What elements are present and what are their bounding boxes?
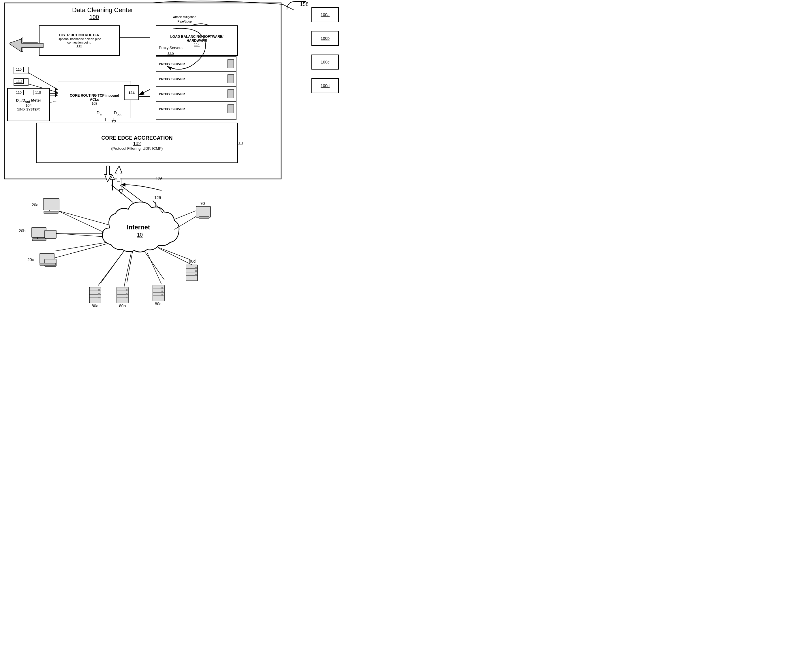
svg-rect-96 [162,291,163,292]
dcc-title: Data Cleaning Center [72,6,133,14]
svg-text:126: 126 [154,195,161,200]
svg-marker-108 [115,166,122,182]
svg-rect-104 [195,271,197,272]
svg-line-53 [124,252,131,287]
svg-rect-103 [195,267,197,269]
core-routing-title: CORE ROUTING TCP inboundACLs [70,93,119,102]
cea-sub: (Protocol Filtering, UDP, ICMP) [111,146,163,151]
svg-rect-88 [126,293,127,295]
svg-line-55 [159,248,193,266]
acl-badge: 124 [124,85,139,100]
svg-text:20b: 20b [19,229,26,233]
svg-text:10: 10 [137,232,143,238]
svg-marker-107 [105,166,111,182]
svg-text:80b: 80b [119,304,126,308]
svg-marker-110 [9,39,43,52]
svg-marker-8 [55,87,58,91]
svg-line-49 [53,244,107,258]
cea-num: 102 [133,141,141,146]
diagram-container: Data Cleaning Center 100 Attack Mitigati… [0,0,406,326]
svg-rect-69 [40,263,56,266]
label-126: 126 [156,177,162,181]
core-routing-num: 108 [92,102,97,106]
label-110-4: 110 [33,90,43,95]
cea-box: CORE EDGE AGGREGATION 102 (Protocol Filt… [36,122,238,163]
proxy-server-row-4: PROXY SERVER [156,102,236,116]
label-110-2: 110 [14,78,24,84]
attack-mitigation-label: Attack MitigationPipe/Loop [173,15,196,24]
svg-marker-12 [55,93,58,97]
svg-rect-72 [199,216,209,219]
svg-text:20c: 20c [27,257,34,262]
meter-title: Din/Dout Meter [16,98,41,103]
svg-line-54 [147,252,162,284]
box-100a: 100a [311,7,339,22]
svg-line-52 [98,251,124,286]
svg-line-50 [174,216,196,229]
svg-text:Internet: Internet [127,223,150,231]
svg-rect-64 [45,230,56,239]
svg-line-47 [58,211,104,232]
meter-num: 104 [25,103,32,108]
label-110-3: 110 [14,90,24,95]
flow-arrows-svg [102,163,131,186]
dist-router-box: DISTRIBUTION ROUTER Optional backbone / … [39,25,120,56]
svg-line-46 [120,185,143,202]
dout-label: Dout [114,110,121,116]
svg-rect-89 [126,297,127,298]
svg-marker-10 [55,90,58,94]
svg-line-7 [27,72,58,89]
dcc-num: 100 [89,14,99,20]
label-110-1: 110 [14,67,24,72]
svg-line-45 [111,185,133,203]
svg-text:80d: 80d [189,259,195,263]
box-100c: 100c [311,55,339,70]
dist-router-num: 112 [76,44,82,48]
attack-mitigation-svg [156,26,214,72]
dist-router-title: DISTRIBUTION ROUTER [59,33,99,37]
box-100d: 100d [311,78,339,93]
proxy-server-row-2: PROXY SERVER [156,72,236,87]
svg-line-2 [139,89,150,95]
right-boxes-container: 100a 100b 100c 100d [311,7,339,93]
svg-rect-59 [44,211,58,214]
svg-text:20a: 20a [32,203,39,207]
dist-router-subtitle: Optional backbone / clean pipeconnection… [57,37,101,44]
svg-rect-71 [196,206,211,217]
svg-rect-79 [98,289,100,291]
hollow-arrow-svg [9,38,46,54]
svg-rect-81 [98,297,100,298]
svg-rect-80 [98,293,100,295]
svg-text:80c: 80c [155,301,162,306]
internet-section-svg: Internet 10 20a 20b [0,179,317,326]
svg-text:90: 90 [200,201,205,206]
svg-rect-56 [43,199,59,210]
svg-rect-87 [126,289,127,291]
svg-rect-95 [162,287,163,289]
svg-rect-66 [32,239,46,241]
meter-sub: (UNIX SYSTEM) [17,108,40,111]
svg-text:80a: 80a [92,304,99,308]
svg-rect-61 [32,227,46,237]
svg-rect-97 [162,294,163,296]
cea-title: CORE EDGE AGGREGATION [101,135,172,141]
din-label: Din [96,110,102,116]
svg-rect-105 [195,274,197,275]
proxy-server-row-3: PROXY SERVER [156,87,236,102]
box-100b: 100b [311,31,339,46]
